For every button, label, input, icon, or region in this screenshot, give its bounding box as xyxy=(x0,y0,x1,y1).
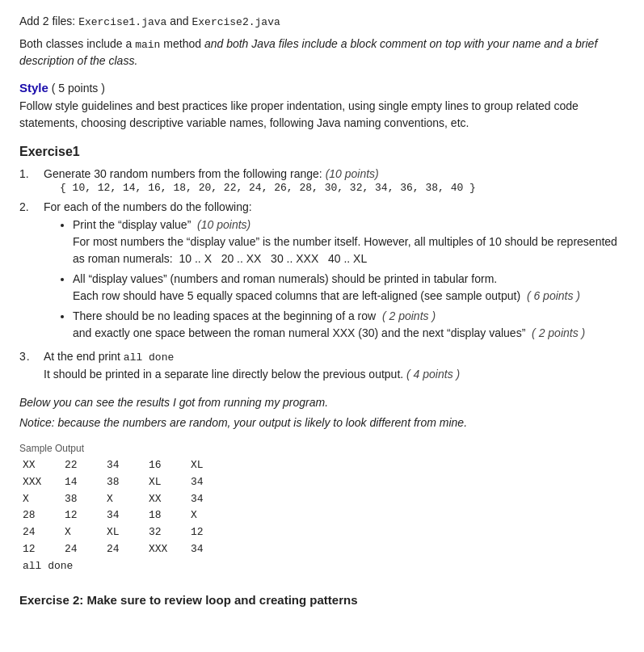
list-item-3-content: At the end print all done It should be p… xyxy=(44,350,460,383)
cell: 16 xyxy=(149,457,191,474)
list-item-1-text: Generate 30 random numbers from the foll… xyxy=(44,167,326,180)
sample-row-1: XX 22 34 16 XL xyxy=(23,457,625,474)
below-line1: Below you can see the results I got from… xyxy=(19,394,625,411)
cell: 24 xyxy=(23,524,65,541)
intro-line2: Both classes include a main method and b… xyxy=(19,36,625,70)
file1-code: Exercise1.java xyxy=(78,16,166,28)
cell: 24 xyxy=(65,541,107,558)
main-code: main xyxy=(135,39,160,51)
cell: X xyxy=(23,491,65,508)
cell: 12 xyxy=(191,524,233,541)
cell: 12 xyxy=(23,541,65,558)
cell: 34 xyxy=(191,474,233,491)
all-done-code: all done xyxy=(124,351,174,364)
bullet-1-label: Print the “display value” xyxy=(73,218,197,231)
list-item-3-sub: It should be printed in a separate line … xyxy=(44,366,460,383)
style-points: ( 5 points ) xyxy=(48,82,105,95)
style-word: Style xyxy=(19,81,48,95)
style-description: Follow style guidelines and best practic… xyxy=(19,98,625,132)
cell: XX xyxy=(23,457,65,474)
sample-row-3: X 38 X XX 34 xyxy=(23,491,625,508)
cell: 38 xyxy=(65,491,107,508)
intro-section: Add 2 files: Exercise1.java and Exercise… xyxy=(19,13,625,69)
sample-output-label: Sample Output xyxy=(19,443,625,454)
cell: 24 xyxy=(107,541,149,558)
bullet-2-sub: Each row should have 5 equally spaced co… xyxy=(73,288,625,305)
sample-output-block: XX 22 34 16 XL XXX 14 38 XL 34 X 38 X XX… xyxy=(23,457,625,575)
list-num-2: 2. xyxy=(19,200,37,347)
bullet-3-sub: and exactly one space between the roman … xyxy=(73,325,625,342)
cell: 18 xyxy=(149,507,191,524)
cell: X xyxy=(65,524,107,541)
cell: 28 xyxy=(23,507,65,524)
sample-row-7: all done xyxy=(23,558,625,575)
cell: XXX xyxy=(23,474,65,491)
bullet-1-sub: For most numbers the “display value” is … xyxy=(73,233,625,267)
bullet-list: Print the “display value” (10 points) Fo… xyxy=(44,218,625,342)
cell: XX xyxy=(149,491,191,508)
bullet-item-2: All “display values” (numbers and roman … xyxy=(73,272,625,305)
list-item-1-content: Generate 30 random numbers from the foll… xyxy=(44,167,476,194)
sample-row-6: 12 24 24 XXX 34 xyxy=(23,541,625,558)
sample-row-2: XXX 14 38 XL 34 xyxy=(23,474,625,491)
exercise2-sub: Make sure to review loop and creating pa… xyxy=(86,593,357,607)
bullet-3-points: ( 2 points ) xyxy=(382,309,436,322)
cell: 34 xyxy=(191,541,233,558)
cell: 22 xyxy=(65,457,107,474)
list-item-3-points: ( 4 points ) xyxy=(406,368,460,381)
range-code: { 10, 12, 14, 16, 18, 20, 22, 24, 26, 28… xyxy=(60,182,476,194)
list-item-1: 1. Generate 30 random numbers from the f… xyxy=(19,167,625,194)
file2-code: Exercise2.java xyxy=(192,16,280,28)
bullet-2-points: ( 6 points ) xyxy=(527,289,580,302)
cell: 14 xyxy=(65,474,107,491)
bullet-item-1: Print the “display value” (10 points) Fo… xyxy=(73,218,625,267)
cell: 38 xyxy=(107,474,149,491)
list-num-3: 3. xyxy=(19,350,37,383)
list-item-2: 2. For each of the numbers do the follow… xyxy=(19,200,625,347)
list-item-3: 3. At the end print all done It should b… xyxy=(19,350,625,383)
bullet-3-sub-points: ( 2 points ) xyxy=(532,326,585,339)
cell: X xyxy=(107,491,149,508)
cell: 32 xyxy=(149,524,191,541)
all-done-output: all done xyxy=(23,558,73,575)
cell: 34 xyxy=(107,507,149,524)
exercise1-heading: Exercise1 xyxy=(19,145,625,159)
list-item-2-content: For each of the numbers do the following… xyxy=(44,200,625,347)
exercise2-heading: Exercise 2: Make sure to review loop and… xyxy=(19,593,625,607)
cell: XXX xyxy=(149,541,191,558)
intro-italic: and both Java files include a block comm… xyxy=(19,37,597,68)
below-line2: Notice: because the numbers are random, … xyxy=(19,414,625,431)
cell: XL xyxy=(107,524,149,541)
exercise2-label: Exercise 2: xyxy=(19,593,83,607)
intro-line1: Add 2 files: Exercise1.java and Exercise… xyxy=(19,13,625,31)
list-item-3-pre: At the end print xyxy=(44,350,124,363)
style-section-heading: Style ( 5 points ) xyxy=(19,81,625,95)
list-num-1: 1. xyxy=(19,167,37,194)
cell: XL xyxy=(191,457,233,474)
cell: XL xyxy=(149,474,191,491)
main-ordered-list: 1. Generate 30 random numbers from the f… xyxy=(19,167,625,383)
cell: 34 xyxy=(107,457,149,474)
cell: X xyxy=(191,507,233,524)
cell: 12 xyxy=(65,507,107,524)
sample-output-section: Sample Output XX 22 34 16 XL XXX 14 38 X… xyxy=(19,443,625,575)
sample-row-5: 24 X XL 32 12 xyxy=(23,524,625,541)
list-item-1-points: (10 points) xyxy=(326,167,379,180)
cell: 34 xyxy=(191,491,233,508)
list-item-2-text: For each of the numbers do the following… xyxy=(44,200,252,213)
bullet-3-label: There should be no leading spaces at the… xyxy=(73,309,382,322)
sample-row-4: 28 12 34 18 X xyxy=(23,507,625,524)
bullet-item-3: There should be no leading spaces at the… xyxy=(73,309,625,342)
bullet-1-points: (10 points) xyxy=(197,218,250,231)
bullet-2-label: All “display values” (numbers and roman … xyxy=(73,272,497,285)
